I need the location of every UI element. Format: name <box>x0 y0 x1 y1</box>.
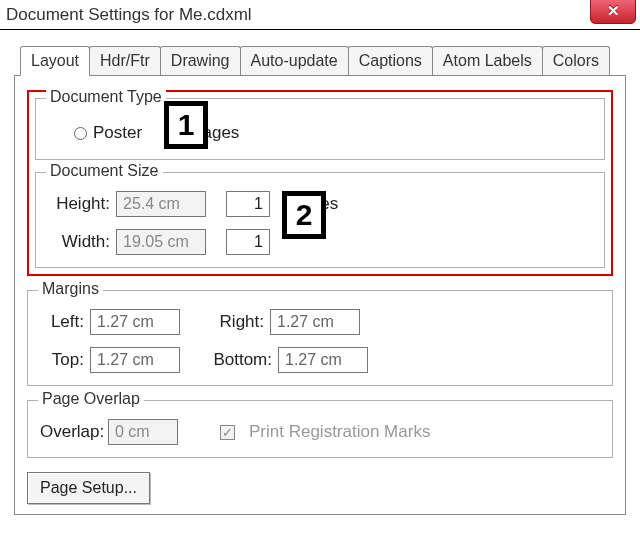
fieldset-margins: Margins Left: Right: Top: Bottom: <box>27 290 613 386</box>
radio-icon <box>74 127 87 140</box>
radio-poster[interactable]: Poster <box>74 123 142 143</box>
page-setup-button[interactable]: Page Setup... <box>27 472 150 504</box>
tab-captions[interactable]: Captions <box>348 46 433 75</box>
tab-drawing[interactable]: Drawing <box>160 46 241 75</box>
fieldset-page-overlap: Page Overlap Overlap: Print Registration… <box>27 400 613 458</box>
fieldset-document-size: Document Size Height: Pages Width: 2 <box>35 172 605 268</box>
input-width[interactable] <box>116 229 206 255</box>
input-margin-right[interactable] <box>270 309 360 335</box>
tab-layout[interactable]: Layout <box>20 46 90 76</box>
input-width-pages[interactable] <box>226 229 270 255</box>
radio-pages[interactable]: Pages <box>172 123 239 143</box>
input-margin-bottom[interactable] <box>278 347 368 373</box>
legend-margins: Margins <box>38 280 103 298</box>
legend-document-size: Document Size <box>46 162 163 180</box>
label-right: Right: <box>210 312 264 332</box>
titlebar: Document Settings for Me.cdxml ✕ <box>0 0 640 30</box>
tab-colors[interactable]: Colors <box>542 46 610 75</box>
label-height: Height: <box>48 194 110 214</box>
row-margin-tb: Top: Bottom: <box>40 347 600 373</box>
dialog-body: Layout Hdr/Ftr Drawing Auto-update Capti… <box>0 30 640 525</box>
radio-pages-label: Pages <box>191 123 239 143</box>
close-button[interactable]: ✕ <box>590 0 636 24</box>
label-print-reg: Print Registration Marks <box>249 422 430 442</box>
window-title: Document Settings for Me.cdxml <box>6 5 252 25</box>
input-height-pages[interactable] <box>226 191 270 217</box>
tab-atomlabels[interactable]: Atom Labels <box>432 46 543 75</box>
label-overlap: Overlap: <box>40 422 102 442</box>
label-pages-unit: Pages <box>290 194 338 214</box>
tab-hdrftr[interactable]: Hdr/Ftr <box>89 46 161 75</box>
legend-page-overlap: Page Overlap <box>38 390 144 408</box>
highlight-region-1: Document Type Poster Pages 1 Document Si… <box>27 90 613 276</box>
checkbox-print-reg[interactable] <box>220 425 235 440</box>
tab-autoupdate[interactable]: Auto-update <box>240 46 349 75</box>
input-margin-left[interactable] <box>90 309 180 335</box>
input-overlap[interactable] <box>108 419 178 445</box>
label-top: Top: <box>40 350 84 370</box>
row-margin-lr: Left: Right: <box>40 309 600 335</box>
row-height: Height: Pages <box>48 191 592 217</box>
radio-icon <box>172 127 185 140</box>
close-icon: ✕ <box>607 2 620 20</box>
label-bottom: Bottom: <box>210 350 272 370</box>
input-height[interactable] <box>116 191 206 217</box>
legend-document-type: Document Type <box>46 88 166 106</box>
radio-poster-label: Poster <box>93 123 142 143</box>
label-left: Left: <box>40 312 84 332</box>
input-margin-top[interactable] <box>90 347 180 373</box>
row-overlap: Overlap: Print Registration Marks <box>40 419 600 445</box>
label-width: Width: <box>48 232 110 252</box>
row-width: Width: 2 <box>48 229 592 255</box>
tabstrip: Layout Hdr/Ftr Drawing Auto-update Capti… <box>14 44 626 76</box>
tabpanel-layout: Document Type Poster Pages 1 Document Si… <box>14 76 626 515</box>
fieldset-document-type: Document Type Poster Pages 1 <box>35 98 605 160</box>
doc-type-radios: Poster Pages 1 <box>48 117 592 147</box>
